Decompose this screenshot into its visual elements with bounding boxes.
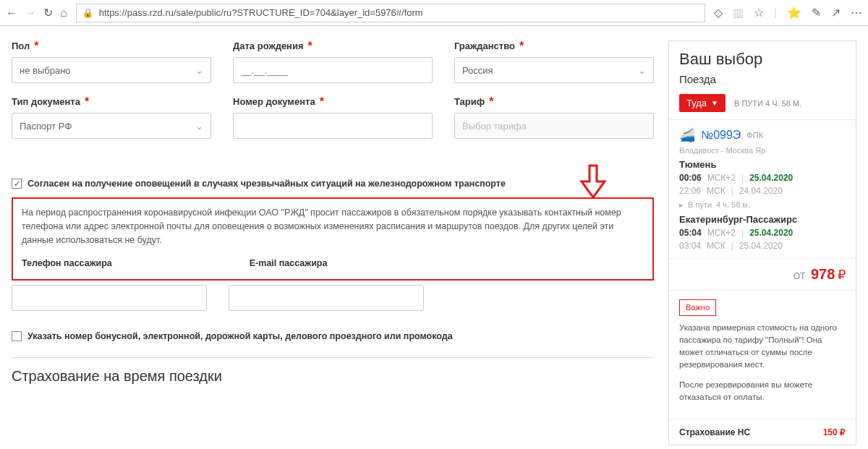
doctype-label: Тип документа	[12, 96, 80, 107]
covid-notice: На период распространения коронавирусной…	[12, 197, 654, 281]
phone-label: Телефон пассажира	[22, 257, 112, 270]
citizenship-select[interactable]: Россия ⌄	[454, 57, 654, 83]
consent-label: Согласен на получение оповещений в случа…	[27, 179, 506, 189]
chevron-down-icon: ⌄	[195, 65, 203, 76]
sidebar-title: Ваш выбор	[669, 41, 856, 73]
summary-sidebar: Ваш выбор Поезда Туда ▼ В ПУТИ 4 Ч. 58 М…	[668, 40, 856, 445]
library-icon[interactable]: ▥	[733, 6, 744, 20]
price-amount: 978	[811, 266, 835, 282]
dob-label: Дата рождения	[233, 40, 304, 51]
transit-label: В ПУТИ 4 Ч. 58 М.	[734, 99, 801, 108]
gender-label: Пол	[12, 40, 30, 51]
train-icon: 🚄	[679, 127, 695, 143]
forward-icon[interactable]: →	[25, 7, 36, 20]
tariff-select[interactable]: Выбор тарифа	[454, 113, 654, 139]
dob-input[interactable]	[233, 57, 433, 83]
favorites-icon[interactable]: ⭐	[787, 6, 801, 20]
important-badge: Важно	[679, 299, 716, 316]
tariff-label: Тариф	[454, 96, 485, 107]
refresh-icon[interactable]: ↻	[43, 6, 53, 20]
bonus-checkbox[interactable]	[12, 331, 22, 341]
arrow-annotation	[577, 164, 609, 205]
train-number: №099Э	[701, 129, 741, 142]
important-block: Важно Указана примерная стоимость на одн…	[669, 291, 856, 419]
gender-select[interactable]: не выбрано ⌄	[12, 57, 211, 83]
train-info: 🚄 №099Э ФПК Владивост - Москва Яр Тюмень…	[669, 120, 856, 259]
share-icon[interactable]: ↗	[831, 6, 841, 20]
passenger-form: Пол* не выбрано ⌄ Дата рождения* Граждан…	[12, 40, 654, 445]
back-icon[interactable]: ←	[6, 7, 17, 20]
email-input[interactable]	[229, 285, 424, 311]
citizenship-label: Гражданство	[454, 40, 515, 51]
url-bar[interactable]: 🔒 https://pass.rzd.ru/sale/public/ru?STR…	[76, 4, 705, 22]
price-row: ОТ 978 ₽	[669, 259, 856, 291]
star-icon[interactable]: ☆	[754, 6, 764, 20]
chevron-down-icon: ⌄	[195, 121, 203, 132]
phone-input[interactable]	[12, 285, 207, 311]
consent-checkbox[interactable]: ✓	[12, 179, 22, 189]
direction-tab[interactable]: Туда ▼	[679, 94, 726, 112]
notes-icon[interactable]: ✎	[812, 6, 821, 20]
browser-toolbar: ← → ↻ ⌂ 🔒 https://pass.rzd.ru/sale/publi…	[0, 0, 868, 26]
url-text: https://pass.rzd.ru/sale/public/ru?STRUC…	[99, 7, 423, 18]
chevron-down-icon: ⌄	[638, 65, 646, 76]
bonus-label: Указать номер бонусной, электронной, дор…	[27, 331, 453, 341]
sidebar-subtitle: Поезда	[669, 73, 856, 91]
docnum-label: Номер документа	[233, 96, 315, 107]
route-text: Владивост - Москва Яр	[679, 146, 846, 155]
dep-city: Тюмень	[679, 159, 846, 170]
train-company: ФПК	[746, 131, 763, 140]
lock-icon: 🔒	[82, 8, 93, 18]
docnum-input[interactable]	[233, 113, 433, 139]
insurance-section-title: Страхование на время поездки	[12, 368, 654, 385]
home-icon[interactable]: ⌂	[60, 7, 67, 20]
more-icon[interactable]: ⋯	[851, 6, 862, 20]
doctype-select[interactable]: Паспорт РФ ⌄	[12, 113, 211, 139]
arr-city: Екатеринбург-Пассажирс	[679, 214, 846, 225]
chevron-down-icon: ▼	[711, 99, 718, 107]
email-label: E-mail пассажира	[250, 257, 328, 270]
reader-icon[interactable]: ◇	[714, 6, 723, 20]
insurance-row: Страхование НС 150 ₽	[669, 419, 856, 445]
